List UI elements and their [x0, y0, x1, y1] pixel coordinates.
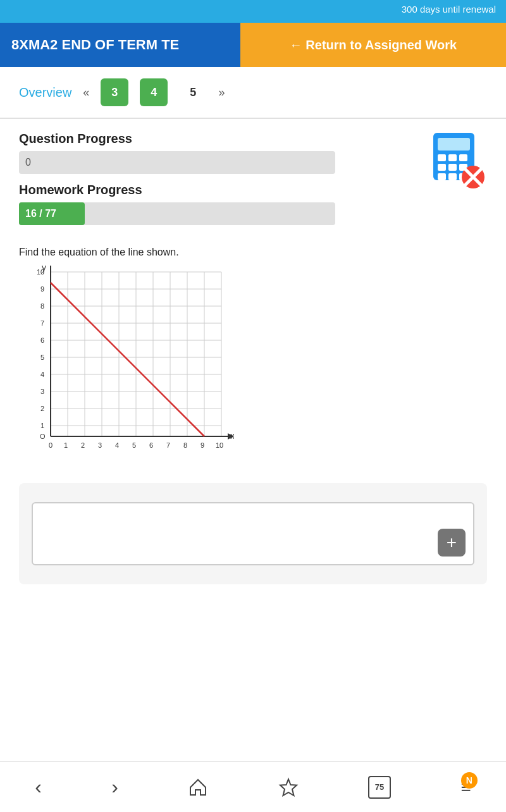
answer-plus-button[interactable]: + — [438, 529, 466, 557]
nav-page-3[interactable]: 3 — [101, 78, 128, 106]
svg-text:6: 6 — [149, 441, 153, 449]
answer-input[interactable] — [33, 522, 429, 546]
header-title: 8XMA2 END OF TERM TE — [0, 23, 240, 67]
svg-rect-2 — [438, 154, 446, 161]
question-progress-label: Question Progress — [19, 132, 430, 146]
svg-rect-8 — [438, 173, 446, 180]
svg-text:10: 10 — [216, 441, 223, 449]
homework-progress-label: Homework Progress — [19, 183, 430, 197]
calculator-icon[interactable] — [430, 132, 487, 188]
svg-rect-1 — [438, 138, 470, 151]
svg-text:1: 1 — [40, 422, 44, 429]
svg-text:10: 10 — [37, 268, 44, 276]
main-content: Question Progress 0 Homework Progress 16… — [0, 119, 506, 597]
svg-text:6: 6 — [40, 336, 44, 344]
nav-next-button[interactable]: » — [218, 86, 225, 99]
answer-input-box: + — [32, 502, 474, 565]
svg-line-64 — [51, 283, 204, 436]
svg-rect-3 — [448, 154, 457, 161]
progress-left: Question Progress 0 Homework Progress 16… — [19, 132, 430, 234]
home-icon — [188, 777, 208, 797]
star-icon — [278, 777, 299, 797]
homework-progress-fill: 16 / 77 — [19, 202, 85, 225]
svg-text:2: 2 — [40, 405, 44, 412]
nav-overview-link[interactable]: Overview — [19, 85, 71, 100]
svg-text:2: 2 — [81, 441, 85, 449]
nav-bar: Overview « 3 4 5 » — [0, 67, 506, 119]
favorites-button[interactable] — [278, 777, 299, 797]
question-progress-bar: 0 — [19, 151, 335, 174]
answer-area: + — [19, 483, 487, 584]
svg-text:1: 1 — [64, 441, 68, 449]
svg-rect-9 — [448, 173, 457, 180]
svg-text:8: 8 — [40, 302, 44, 310]
menu-button[interactable]: ≡ N — [460, 777, 471, 797]
renewal-bar: 300 days until renewal — [0, 0, 506, 23]
nav-prev-button[interactable]: « — [83, 86, 89, 99]
nav-page-5[interactable]: 5 — [179, 78, 207, 106]
svg-text:3: 3 — [98, 441, 102, 449]
graph-container: x y 0 1 2 3 4 5 6 7 8 9 10 O 1 2 3 4 5 6… — [19, 266, 487, 464]
page-number-button[interactable]: 75 — [368, 776, 391, 799]
svg-text:O: O — [40, 433, 46, 440]
home-button[interactable] — [188, 777, 208, 797]
svg-text:4: 4 — [40, 371, 44, 378]
svg-text:7: 7 — [40, 319, 44, 327]
svg-text:5: 5 — [40, 354, 44, 361]
progress-section: Question Progress 0 Homework Progress 16… — [19, 132, 487, 234]
back-button[interactable]: ‹ — [35, 775, 42, 799]
svg-text:5: 5 — [132, 441, 136, 449]
svg-text:9: 9 — [201, 441, 204, 449]
page-number-display: 75 — [368, 776, 391, 799]
bottom-nav-bar: ‹ › 75 ≡ N — [0, 761, 506, 812]
svg-text:7: 7 — [166, 441, 170, 449]
svg-rect-6 — [448, 164, 457, 171]
return-to-assigned-work-button[interactable]: ← Return to Assigned Work — [240, 23, 506, 67]
homework-progress-bar: 16 / 77 — [19, 202, 335, 225]
svg-text:4: 4 — [115, 441, 119, 449]
coordinate-graph: x y 0 1 2 3 4 5 6 7 8 9 10 O 1 2 3 4 5 6… — [19, 266, 234, 462]
svg-text:9: 9 — [40, 285, 44, 293]
question-progress-value: 0 — [25, 157, 31, 168]
renewal-text: 300 days until renewal — [402, 4, 496, 15]
question-text: Find the equation of the line shown. — [19, 247, 487, 258]
svg-text:0: 0 — [49, 441, 52, 449]
svg-rect-4 — [459, 154, 467, 161]
svg-text:3: 3 — [40, 388, 44, 395]
svg-text:8: 8 — [183, 441, 187, 449]
header: 8XMA2 END OF TERM TE ← Return to Assigne… — [0, 23, 506, 67]
notification-badge: N — [461, 772, 478, 789]
svg-rect-5 — [438, 164, 446, 171]
nav-page-4[interactable]: 4 — [140, 78, 168, 106]
forward-button[interactable]: › — [111, 775, 118, 799]
svg-text:x: x — [230, 431, 234, 441]
homework-progress-value: 16 / 77 — [19, 208, 63, 219]
